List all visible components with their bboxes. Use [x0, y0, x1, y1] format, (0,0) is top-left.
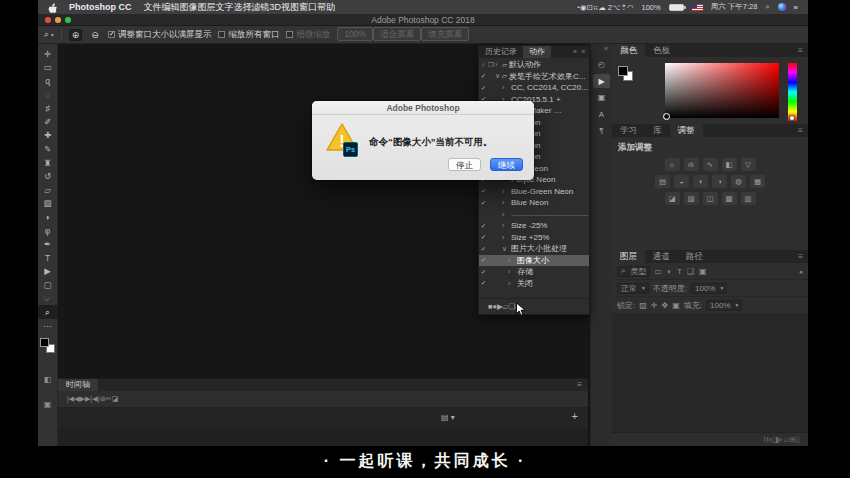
menu-item[interactable]: 滤镜 [252, 2, 270, 12]
action-row[interactable]: ✓ › 存储 [479, 266, 589, 278]
saturation-brightness-field[interactable] [665, 63, 779, 118]
tool-icon[interactable]: ◗ [38, 210, 58, 224]
lock-icon[interactable]: ✥ [662, 301, 669, 310]
expand-arrow-icon[interactable]: › [502, 211, 509, 218]
fill-value[interactable]: 100%▾ [706, 300, 742, 311]
expand-arrow-icon[interactable]: › [508, 268, 515, 275]
expand-arrow-icon[interactable]: › [502, 84, 509, 91]
panel-tab[interactable]: 历史记录 [479, 46, 523, 58]
foreground-color[interactable] [40, 338, 49, 347]
tool-icon[interactable]: ↺ [38, 169, 58, 183]
panel-menu-icon[interactable]: ≡ [793, 44, 808, 57]
menu-item[interactable]: 图像 [180, 2, 198, 12]
action-row[interactable]: ✓ ❒ › ▱ 默认动作 [479, 59, 589, 71]
adjustment-icon[interactable]: ◑ [712, 175, 727, 188]
panel-dock-icon[interactable]: ▶ [593, 74, 610, 88]
panel-dock-icon[interactable]: ▣ [593, 91, 610, 105]
zoom-in-toggle[interactable]: ⊕ [69, 29, 83, 41]
zoom-preset-button[interactable]: 填充屏幕 [421, 27, 469, 41]
status-icon[interactable]: ⌥ [612, 3, 621, 12]
action-check-toggle[interactable]: ✓ [479, 84, 488, 92]
filter-kind-dropdown[interactable]: ⌕ 类型 [617, 266, 650, 277]
panel-dock-icon[interactable]: ◴ [593, 58, 610, 72]
adjustment-icon[interactable]: ▨ [684, 192, 699, 205]
tool-icon[interactable]: ✐ [38, 115, 58, 129]
notification-center-icon[interactable]: ≡ [794, 3, 798, 12]
adjustment-icon[interactable]: ◧ [722, 158, 737, 171]
tool-icon[interactable]: ✛ [38, 47, 58, 61]
action-row[interactable]: ✓ ∨ ▱ 炭笔手绘艺术效果C... [479, 71, 589, 83]
timeline-control-icon[interactable]: ◪ [112, 395, 119, 402]
tool-icon[interactable]: ▶ [38, 265, 58, 279]
lock-icon[interactable]: ✛ [651, 301, 658, 310]
adjustment-icon[interactable]: ▩ [722, 192, 737, 205]
menu-clock[interactable]: 周六 下午7:28 [711, 2, 758, 12]
adjustment-icon[interactable]: ▦ [750, 175, 765, 188]
layer-filter-icon[interactable]: ◐ [667, 267, 672, 276]
panel-tab[interactable]: 路径 [678, 250, 711, 263]
screen-mode-button[interactable]: ▣ [38, 400, 58, 409]
menu-item[interactable]: 3D [270, 2, 282, 12]
adjustment-icon[interactable]: ◒ [674, 175, 689, 188]
zoom-window-button[interactable] [65, 17, 71, 23]
app-menu[interactable]: Photoshop CC [69, 2, 132, 12]
adjustment-icon[interactable]: ılı [684, 158, 699, 171]
filter-toggle-icon[interactable]: ● [799, 268, 803, 275]
panel-menu-icon[interactable]: ≡ [793, 250, 808, 263]
tool-icon[interactable]: ✎ [38, 142, 58, 156]
minimize-window-button[interactable] [55, 17, 61, 23]
panel-tab[interactable]: 库 [645, 124, 670, 137]
blend-mode-dropdown[interactable]: 正常▾ [617, 283, 649, 294]
lock-icon[interactable]: ▨ [639, 301, 647, 310]
tool-icon[interactable]: ☞ [38, 292, 58, 306]
menu-item[interactable]: 编辑 [162, 2, 180, 12]
expand-arrow-icon[interactable]: › [495, 61, 502, 68]
tool-icon[interactable]: ♜ [38, 156, 58, 170]
expand-arrow-icon[interactable]: › [502, 188, 509, 195]
adjustment-icon[interactable]: ▽ [741, 158, 756, 171]
panel-dock-icon[interactable]: ¶ [593, 124, 610, 138]
tool-icon[interactable]: ▱ [38, 183, 58, 197]
panel-tab[interactable]: 调整 [670, 124, 703, 137]
action-row[interactable]: ✓ › Blue Neon [479, 197, 589, 209]
menu-item[interactable]: 选择 [234, 2, 252, 12]
action-check-toggle[interactable]: ✓ [479, 233, 488, 241]
hue-slider[interactable] [788, 63, 797, 121]
resize-windows-checkbox[interactable]: 调整窗口大小以满屏显示 [108, 29, 212, 41]
add-media-button[interactable]: + [572, 410, 578, 422]
adjustment-icon[interactable]: ∿ [703, 158, 718, 171]
action-check-toggle[interactable]: ✓ [479, 72, 488, 80]
panel-tab[interactable]: 动作 [523, 46, 551, 58]
tool-icon[interactable]: ▭ [38, 61, 58, 75]
layers-footer-icon[interactable]: ▯ [796, 435, 800, 444]
panel-menu-icon[interactable]: ≡ [581, 46, 585, 58]
action-row[interactable]: ✓ › Size +25% [479, 232, 589, 244]
expand-arrow-icon[interactable]: ∨ [502, 245, 509, 253]
panel-menu-icon[interactable]: ≡ [793, 124, 808, 137]
panel-menu-icon[interactable]: ≡ [571, 379, 588, 391]
expand-panels-icon[interactable]: « [604, 45, 608, 52]
tool-icon[interactable]: T [38, 251, 58, 265]
status-icon[interactable]: ◠ [627, 3, 634, 12]
tool-icon[interactable]: ⌕ [38, 305, 58, 319]
adjustment-icon[interactable]: ▤ [655, 175, 670, 188]
action-row[interactable]: ✓ › 关闭 [479, 278, 589, 290]
status-icon[interactable]: ☁ 2 [598, 3, 612, 12]
expand-arrow-icon[interactable]: › [502, 222, 509, 229]
quick-mask-button[interactable]: ◧ [38, 375, 58, 384]
expand-arrow-icon[interactable]: ∨ [495, 72, 502, 80]
tool-icon[interactable]: ♯ [38, 101, 58, 115]
panel-tab[interactable]: 通道 [645, 250, 678, 263]
frame-rate-icon[interactable]: ▤ ▾ [441, 413, 455, 422]
spotlight-icon[interactable]: ⌕ [765, 2, 769, 12]
expand-arrow-icon[interactable]: › [502, 234, 509, 241]
adjustment-icon[interactable]: ☼ [665, 158, 680, 171]
tool-icon[interactable]: φ [38, 224, 58, 238]
action-row[interactable]: › ------------------------------ [479, 209, 589, 221]
action-row[interactable]: ✓ › Size -25% [479, 220, 589, 232]
tool-icon[interactable]: ▢ [38, 278, 58, 292]
tool-icon[interactable]: ɋ [38, 74, 58, 88]
menu-item[interactable]: 图层 [198, 2, 216, 12]
lock-icon[interactable]: ▣ [672, 301, 680, 310]
menu-item[interactable]: 窗口 [299, 2, 317, 12]
